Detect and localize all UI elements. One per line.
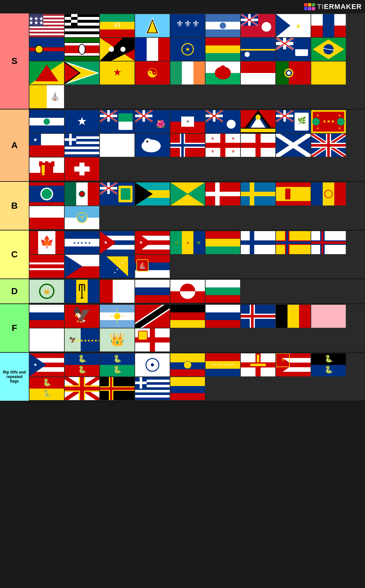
flag-uk[interactable] <box>311 134 346 157</box>
flag-ecuador[interactable] <box>170 353 205 376</box>
flag-crown[interactable]: 👑 <box>100 328 134 351</box>
flag-honduras[interactable]: ★ ★ ★ ★ ★ <box>65 231 99 254</box>
flag-svg[interactable]: 🌿 ★ 🌿 <box>170 231 205 254</box>
flag-red-stripe[interactable] <box>29 255 64 278</box>
flag-czech[interactable] <box>65 255 99 278</box>
flag-white-plain2[interactable] <box>29 206 64 229</box>
flag-usvi2[interactable]: ★ <box>276 14 311 37</box>
flag-snake3[interactable]: 🐍 🐍 <box>311 353 346 376</box>
flag-snake2[interactable]: 🐍 🐍 <box>100 353 134 376</box>
flag-snake1[interactable]: 🐍 🐍 <box>65 353 99 376</box>
flag-jamaica[interactable] <box>170 182 205 205</box>
flag-greenland-bear[interactable] <box>135 134 170 157</box>
flag-white-plain[interactable] <box>100 134 134 157</box>
flag-cross-red2[interactable] <box>311 231 346 254</box>
flag-split[interactable] <box>170 377 205 400</box>
flag-barbados[interactable] <box>65 280 99 303</box>
flag-gibraltar[interactable] <box>29 157 64 181</box>
flag-trinidad[interactable] <box>135 305 170 328</box>
flag-puertorico[interactable]: ★ <box>29 353 64 376</box>
flag-cayman[interactable] <box>100 110 134 133</box>
flag-bosnia[interactable]: ★ ★ ★ ★ ★ <box>100 255 134 278</box>
flag-ireland[interactable] <box>170 61 205 85</box>
flag-portugal[interactable] <box>276 61 311 85</box>
flag-spain[interactable] <box>276 182 311 205</box>
flag-belgium[interactable] <box>276 305 311 328</box>
flag-bvi[interactable]: 🌿 <box>276 110 311 133</box>
flag-greenland2[interactable] <box>170 280 205 303</box>
flag-darkblue-star[interactable]: ★ <box>65 110 99 133</box>
flag-iceland[interactable] <box>241 305 275 328</box>
flag-russia[interactable] <box>135 280 170 303</box>
flag-france[interactable] <box>135 38 170 61</box>
flag-guernsey[interactable] <box>241 353 275 376</box>
flag-mexico[interactable] <box>65 182 99 205</box>
flag-scotland[interactable] <box>276 134 311 157</box>
flag-h2red[interactable] <box>241 61 275 85</box>
flag-bermuda[interactable] <box>241 14 275 37</box>
flag-saintmartin[interactable] <box>311 14 346 37</box>
flag-circle-emblem[interactable] <box>135 353 170 376</box>
flag-bulgaria[interactable] <box>206 280 240 303</box>
flag-snake4[interactable]: 🐍 🐍 <box>29 377 64 400</box>
flag-wreath[interactable]: 👑 <box>29 280 64 303</box>
flag-cross-flag[interactable] <box>135 328 170 351</box>
flag-england[interactable] <box>241 134 275 157</box>
flag-frenchguiana[interactable] <box>29 61 64 85</box>
flag-haiti[interactable]: ⚜ <box>170 110 205 133</box>
flag-brazil[interactable] <box>311 38 346 61</box>
flag-andorra[interactable] <box>311 182 346 205</box>
flag-serbia[interactable]: ⛵ <box>135 255 170 278</box>
flag-vatican[interactable]: ⛪ <box>29 85 64 108</box>
flag-germany[interactable] <box>170 305 205 328</box>
flag-turks[interactable]: 🌺 <box>135 110 170 133</box>
flag-isleofman[interactable]: ☯ <box>135 61 170 85</box>
flag-greece-blue2[interactable] <box>135 377 170 400</box>
flag-chile[interactable]: ★ <box>29 134 64 157</box>
flag-sanmarino[interactable]: ⚜ <box>65 206 99 229</box>
flag-grenada[interactable]: ★ ★ ★ ★ ★★★ <box>311 110 346 133</box>
flag-guyana[interactable] <box>65 61 99 85</box>
flag-norway[interactable] <box>170 134 205 157</box>
flag-usa[interactable]: ★★★ ★★★ <box>29 14 64 37</box>
flag-redwhite[interactable] <box>100 280 134 303</box>
flag-lily-cross[interactable]: ⚜ ⚜ ⚜ ⚜ <box>206 134 240 157</box>
flag-puertorico2[interactable]: ★ <box>135 231 170 254</box>
flag-azores[interactable]: 🦅 ★★★★★★★★★ <box>65 328 99 351</box>
flag-mercia[interactable] <box>276 231 311 254</box>
flag-finland[interactable] <box>241 231 275 254</box>
flag-elsalvador[interactable] <box>29 110 64 133</box>
flag-generic-blue[interactable] <box>29 38 64 61</box>
flag-brittany[interactable] <box>65 14 99 37</box>
flag-wales[interactable] <box>206 61 240 85</box>
flag-usvi[interactable]: VI <box>100 14 134 37</box>
flag-white3[interactable] <box>29 328 64 351</box>
flag-bahamas[interactable] <box>135 182 170 205</box>
flag-falklands[interactable] <box>276 38 311 61</box>
flag-pink[interactable] <box>311 305 346 328</box>
flag-russia3[interactable] <box>206 305 240 328</box>
flag-cuba[interactable]: ★ <box>100 231 134 254</box>
flag-yellow-plain[interactable] <box>311 61 346 85</box>
flag-kenya[interactable] <box>65 38 99 61</box>
flag-stkitts[interactable] <box>100 38 134 61</box>
flag-guadeloupe[interactable] <box>206 38 240 61</box>
flag-britishdep[interactable] <box>206 110 240 133</box>
flag-plain-blue[interactable]: ★ <box>170 38 205 61</box>
flag-russia2[interactable] <box>29 305 64 328</box>
flag-nordic-black[interactable] <box>100 377 134 400</box>
flag-venezuela[interactable]: ★ ★ ★ ★ ★ ★ ★ ★ <box>206 353 240 376</box>
flag-greece-stripes[interactable] <box>65 134 99 157</box>
flag-reunion[interactable]: ★ <box>100 61 134 85</box>
flag-lucia[interactable] <box>135 14 170 37</box>
flag-sweden[interactable] <box>241 182 275 205</box>
flag-belize[interactable] <box>29 182 64 205</box>
flag-nauru[interactable] <box>241 38 275 61</box>
flag-ireland-cross[interactable] <box>65 377 99 400</box>
flag-blank1[interactable]: ⚜⚜⚜ <box>170 14 205 37</box>
flag-norfolk[interactable] <box>100 182 134 205</box>
flag-bolivia[interactable] <box>206 231 240 254</box>
flag-canada[interactable]: 🍁 <box>29 231 64 254</box>
flag-nicaragua[interactable] <box>206 14 240 37</box>
flag-denmark[interactable] <box>206 182 240 205</box>
